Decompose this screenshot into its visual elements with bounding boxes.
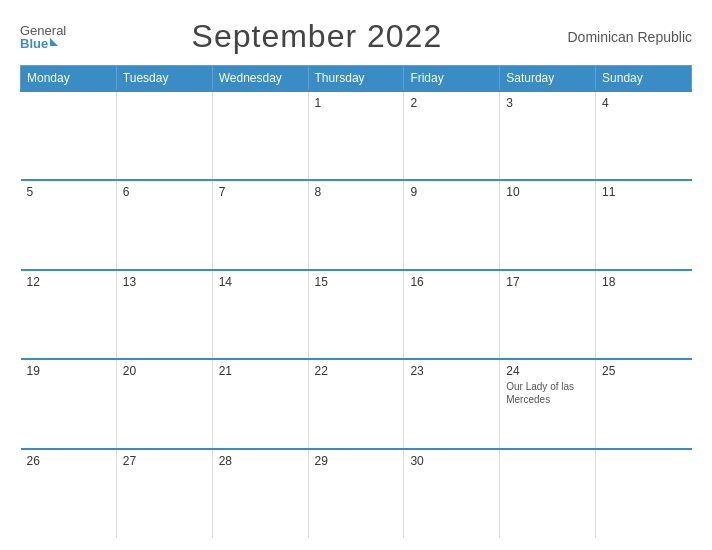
day-number: 17 bbox=[506, 275, 589, 289]
calendar-cell: 27 bbox=[116, 449, 212, 538]
calendar-week-row: 12131415161718 bbox=[21, 270, 692, 359]
day-number: 22 bbox=[315, 364, 398, 378]
calendar-cell: 12 bbox=[21, 270, 117, 359]
day-number: 30 bbox=[410, 454, 493, 468]
day-number: 16 bbox=[410, 275, 493, 289]
logo-triangle-icon bbox=[50, 38, 58, 46]
day-number: 18 bbox=[602, 275, 685, 289]
col-friday: Friday bbox=[404, 66, 500, 92]
calendar-header: General Blue September 2022 Dominican Re… bbox=[20, 18, 692, 55]
logo-general-text: General bbox=[20, 24, 66, 37]
calendar-cell: 21 bbox=[212, 359, 308, 448]
day-number: 4 bbox=[602, 96, 685, 110]
calendar-table: Monday Tuesday Wednesday Thursday Friday… bbox=[20, 65, 692, 538]
logo: General Blue bbox=[20, 24, 66, 50]
calendar-cell: 24Our Lady of las Mercedes bbox=[500, 359, 596, 448]
calendar-cell: 1 bbox=[308, 91, 404, 180]
calendar-cell: 18 bbox=[596, 270, 692, 359]
day-number: 19 bbox=[27, 364, 110, 378]
day-number: 25 bbox=[602, 364, 685, 378]
day-number: 29 bbox=[315, 454, 398, 468]
calendar-cell: 23 bbox=[404, 359, 500, 448]
calendar-cell bbox=[500, 449, 596, 538]
day-number: 9 bbox=[410, 185, 493, 199]
day-number: 14 bbox=[219, 275, 302, 289]
day-number: 26 bbox=[27, 454, 110, 468]
day-number: 7 bbox=[219, 185, 302, 199]
calendar-cell: 29 bbox=[308, 449, 404, 538]
calendar-cell: 4 bbox=[596, 91, 692, 180]
calendar-cell: 15 bbox=[308, 270, 404, 359]
day-number: 1 bbox=[315, 96, 398, 110]
calendar-cell: 13 bbox=[116, 270, 212, 359]
calendar-cell: 2 bbox=[404, 91, 500, 180]
day-number: 24 bbox=[506, 364, 589, 378]
col-monday: Monday bbox=[21, 66, 117, 92]
col-sunday: Sunday bbox=[596, 66, 692, 92]
day-number: 13 bbox=[123, 275, 206, 289]
calendar-week-row: 2627282930 bbox=[21, 449, 692, 538]
calendar-cell: 30 bbox=[404, 449, 500, 538]
day-number: 28 bbox=[219, 454, 302, 468]
day-number: 10 bbox=[506, 185, 589, 199]
calendar-cell: 16 bbox=[404, 270, 500, 359]
day-number: 20 bbox=[123, 364, 206, 378]
calendar-cell: 17 bbox=[500, 270, 596, 359]
calendar-title: September 2022 bbox=[192, 18, 443, 55]
day-number: 5 bbox=[27, 185, 110, 199]
day-number: 21 bbox=[219, 364, 302, 378]
calendar-week-row: 192021222324Our Lady of las Mercedes25 bbox=[21, 359, 692, 448]
calendar-cell: 28 bbox=[212, 449, 308, 538]
calendar-cell: 26 bbox=[21, 449, 117, 538]
calendar-cell: 5 bbox=[21, 180, 117, 269]
calendar-cell: 6 bbox=[116, 180, 212, 269]
calendar-cell: 22 bbox=[308, 359, 404, 448]
day-number: 8 bbox=[315, 185, 398, 199]
col-saturday: Saturday bbox=[500, 66, 596, 92]
weekday-header-row: Monday Tuesday Wednesday Thursday Friday… bbox=[21, 66, 692, 92]
calendar-cell: 9 bbox=[404, 180, 500, 269]
calendar-cell: 11 bbox=[596, 180, 692, 269]
calendar-cell: 19 bbox=[21, 359, 117, 448]
col-wednesday: Wednesday bbox=[212, 66, 308, 92]
day-number: 2 bbox=[410, 96, 493, 110]
day-number: 23 bbox=[410, 364, 493, 378]
col-thursday: Thursday bbox=[308, 66, 404, 92]
calendar-cell bbox=[21, 91, 117, 180]
logo-blue-text: Blue bbox=[20, 37, 66, 50]
day-number: 11 bbox=[602, 185, 685, 199]
calendar-cell bbox=[596, 449, 692, 538]
calendar-cell: 20 bbox=[116, 359, 212, 448]
holiday-label: Our Lady of las Mercedes bbox=[506, 380, 589, 406]
day-number: 27 bbox=[123, 454, 206, 468]
day-number: 12 bbox=[27, 275, 110, 289]
day-number: 15 bbox=[315, 275, 398, 289]
calendar-cell: 10 bbox=[500, 180, 596, 269]
calendar-cell: 3 bbox=[500, 91, 596, 180]
calendar-cell: 25 bbox=[596, 359, 692, 448]
calendar-page: General Blue September 2022 Dominican Re… bbox=[0, 0, 712, 550]
calendar-cell: 7 bbox=[212, 180, 308, 269]
calendar-cell: 8 bbox=[308, 180, 404, 269]
calendar-cell bbox=[212, 91, 308, 180]
calendar-week-row: 567891011 bbox=[21, 180, 692, 269]
country-name: Dominican Republic bbox=[567, 29, 692, 45]
day-number: 6 bbox=[123, 185, 206, 199]
calendar-week-row: 1234 bbox=[21, 91, 692, 180]
col-tuesday: Tuesday bbox=[116, 66, 212, 92]
calendar-cell bbox=[116, 91, 212, 180]
calendar-cell: 14 bbox=[212, 270, 308, 359]
day-number: 3 bbox=[506, 96, 589, 110]
